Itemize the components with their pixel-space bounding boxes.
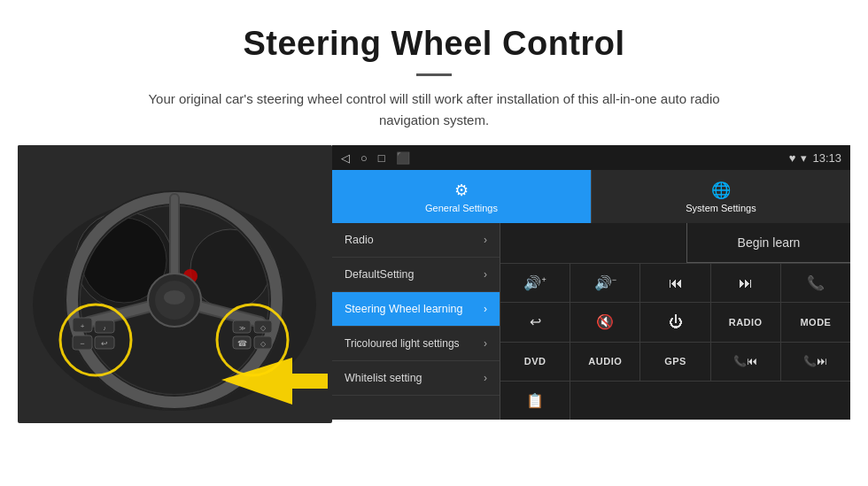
control-grid: 🔊+ 🔊− ⏮ ⏭ 📞 <box>500 264 850 420</box>
right-controls: Begin learn 🔊+ 🔊− ⏮ <box>500 223 850 420</box>
phone-icon: 📞 <box>807 274 825 291</box>
menu-item-tricolour[interactable]: Tricoloured light settings › <box>332 327 500 361</box>
prev-icon: ⏮ <box>669 275 683 291</box>
menu-item-radio[interactable]: Radio › <box>332 223 500 258</box>
mute-icon: 🔇 <box>596 313 614 330</box>
svg-text:♪: ♪ <box>103 325 106 331</box>
next-track-button[interactable]: ⏭ <box>711 264 781 302</box>
phone-next-button[interactable]: 📞⏭ <box>781 343 850 381</box>
status-bar-right: ♥ ▾ 13:13 <box>789 151 841 165</box>
vol-down-button[interactable]: 🔊− <box>570 264 640 302</box>
audio-label: AUDIO <box>588 356 622 366</box>
tab-system[interactable]: 🌐 System Settings <box>591 170 850 223</box>
page-subtitle: Your original car's steering wheel contr… <box>124 89 744 131</box>
svg-text:◇: ◇ <box>260 340 267 348</box>
svg-point-12 <box>164 290 185 305</box>
phone-prev-icon: 📞⏮ <box>733 355 757 367</box>
vol-up-button[interactable]: 🔊+ <box>500 264 570 302</box>
page-header: Steering Wheel Control Your original car… <box>0 0 868 145</box>
svg-text:↩: ↩ <box>101 339 108 348</box>
chevron-right-icon: › <box>484 234 487 246</box>
mute-button[interactable]: 🔇 <box>570 303 640 341</box>
gear-icon: ⚙ <box>454 181 469 200</box>
status-bar: ◁ ○ □ ⬛ ♥ ▾ 13:13 <box>332 145 850 170</box>
menu-icon: ⬛ <box>396 151 410 165</box>
ctrl-row-4: 📋 <box>500 382 850 420</box>
chevron-right-icon-3: › <box>484 303 487 315</box>
control-row-top: Begin learn <box>500 223 850 264</box>
gps-icon: ♥ <box>789 151 796 165</box>
steering-wheel-image: + − ♪ ↩ ≫ ◇ ☎ ◇ <box>18 145 332 423</box>
globe-icon: 🌐 <box>711 181 731 200</box>
empty-space <box>570 382 850 420</box>
gps-button[interactable]: GPS <box>640 343 710 381</box>
next-icon: ⏭ <box>739 275 753 291</box>
signal-icon: ▾ <box>801 151 807 165</box>
phone-button[interactable]: 📞 <box>781 264 850 302</box>
menu-label-tricolour: Tricoloured light settings <box>345 337 460 350</box>
list-icon: 📋 <box>526 392 544 409</box>
tab-general-label: General Settings <box>425 203 498 213</box>
menu-item-whitelist[interactable]: Whitelist setting › <box>332 361 500 396</box>
menu-item-steering[interactable]: Steering Wheel learning › <box>332 292 500 327</box>
vol-down-icon: 🔊− <box>594 274 616 291</box>
back-button[interactable]: ↩ <box>500 303 570 341</box>
radio-label: RADIO <box>729 317 763 328</box>
ctrl-row-3: DVD AUDIO GPS 📞⏮ 📞⏭ <box>500 343 850 382</box>
page-title: Steering Wheel Control <box>18 25 850 63</box>
dvd-button[interactable]: DVD <box>500 343 570 381</box>
back-icon: ◁ <box>341 151 350 165</box>
svg-text:+: + <box>81 322 85 330</box>
ctrl-row-2: ↩ 🔇 ⏻ RADIO MODE <box>500 303 850 342</box>
tab-system-label: System Settings <box>686 203 756 213</box>
menu-label-radio: Radio <box>345 234 374 246</box>
phone-next-icon: 📞⏭ <box>803 355 827 367</box>
clock: 13:13 <box>812 151 841 165</box>
home-icon: ○ <box>360 151 368 165</box>
chevron-right-icon-5: › <box>484 372 487 384</box>
mode-label: MODE <box>800 317 831 328</box>
begin-learn-button[interactable]: Begin learn <box>686 223 850 263</box>
vol-up-icon: 🔊+ <box>523 274 546 291</box>
recents-icon: □ <box>378 151 385 165</box>
menu-controls: Radio › DefaultSetting › Steering Wheel … <box>332 223 850 420</box>
power-icon: ⏻ <box>669 314 683 330</box>
svg-text:☎: ☎ <box>237 339 247 348</box>
chevron-right-icon-4: › <box>484 337 487 350</box>
ctrl-row-1: 🔊+ 🔊− ⏮ ⏭ 📞 <box>500 264 850 303</box>
title-divider <box>416 73 452 76</box>
tab-general[interactable]: ⚙ General Settings <box>332 170 591 223</box>
dvd-label: DVD <box>524 356 546 366</box>
phone-prev-button[interactable]: 📞⏮ <box>711 343 781 381</box>
svg-text:≫: ≫ <box>239 325 245 331</box>
menu-label-default: DefaultSetting <box>345 268 415 281</box>
device-screen: ◁ ○ □ ⬛ ♥ ▾ 13:13 ⚙ General Settings 🌐 S… <box>332 145 850 420</box>
left-menu: Radio › DefaultSetting › Steering Wheel … <box>332 223 500 420</box>
chevron-right-icon-2: › <box>484 268 487 281</box>
svg-text:−: − <box>80 339 84 348</box>
radio-button[interactable]: RADIO <box>711 303 781 341</box>
gps-label: GPS <box>664 356 686 366</box>
mode-button[interactable]: MODE <box>781 303 850 341</box>
blank-area <box>500 223 686 263</box>
settings-tabs: ⚙ General Settings 🌐 System Settings <box>332 170 850 223</box>
menu-label-whitelist: Whitelist setting <box>345 372 422 384</box>
list-button[interactable]: 📋 <box>500 382 570 420</box>
menu-label-steering: Steering Wheel learning <box>345 303 462 315</box>
menu-item-default[interactable]: DefaultSetting › <box>332 258 500 292</box>
audio-button[interactable]: AUDIO <box>570 343 640 381</box>
main-content: + − ♪ ↩ ≫ ◇ ☎ ◇ <box>0 145 868 441</box>
prev-track-button[interactable]: ⏮ <box>640 264 710 302</box>
status-bar-left: ◁ ○ □ ⬛ <box>341 151 410 165</box>
back-arrow-icon: ↩ <box>530 313 541 330</box>
power-button[interactable]: ⏻ <box>640 303 710 341</box>
svg-text:◇: ◇ <box>260 324 267 332</box>
